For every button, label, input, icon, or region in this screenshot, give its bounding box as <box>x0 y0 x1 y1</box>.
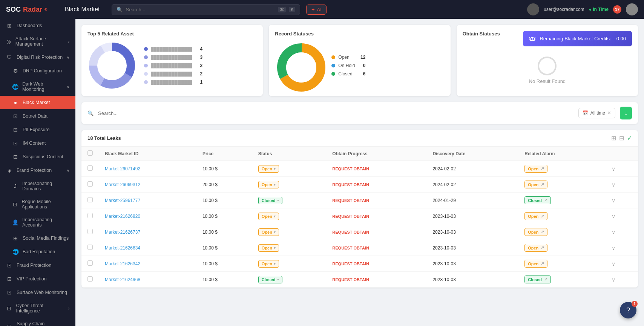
row-checkbox-7[interactable] <box>87 276 93 282</box>
row-checkbox-cell <box>81 272 99 288</box>
status-dropdown-icon-0[interactable]: ▾ <box>274 167 276 171</box>
sidebar-item-dark-web[interactable]: 🌐 Dark Web Monitoring ∨ <box>0 78 75 96</box>
filter-search-input[interactable] <box>98 110 574 116</box>
sidebar-item-brand-protection[interactable]: ◈ Brand Protection ∨ <box>0 164 75 177</box>
status-dropdown-icon-1[interactable]: ▾ <box>274 183 276 187</box>
row-checkbox-4[interactable] <box>87 229 93 234</box>
obtain-link-5[interactable]: REQUEST OBTAIN <box>332 246 369 250</box>
status-badge-3[interactable]: Open ▾ <box>258 213 279 220</box>
alarm-ext-icon-0[interactable]: ↗ <box>541 166 544 171</box>
select-all-checkbox[interactable] <box>87 150 93 156</box>
sidebar-item-digital-risk[interactable]: 🛡 Digital Risk Protection ∨ <box>0 51 75 64</box>
top5-chart-container: ██████████████ 4 ██████████████ 3 ██████… <box>87 41 257 90</box>
sidebar-item-vip-protection[interactable]: ⊡ VIP Protection <box>0 272 75 286</box>
sidebar-item-impersonating-domains[interactable]: J Impersonating Domains <box>0 177 75 195</box>
check-all-icon[interactable]: ✓ <box>627 135 632 142</box>
status-dropdown-icon-7[interactable]: ▾ <box>277 278 279 282</box>
status-badge-7[interactable]: Closed ▾ <box>258 276 282 283</box>
sidebar-item-drp-config[interactable]: ⚙ DRP Configuration <box>0 64 75 78</box>
status-badge-0[interactable]: Open ▾ <box>258 165 279 173</box>
sidebar-item-botnet-data[interactable]: ⊡ Botnet Data <box>0 109 75 123</box>
alarm-ext-icon-6[interactable]: ↗ <box>541 261 544 266</box>
alarm-ext-icon-4[interactable]: ↗ <box>541 230 544 234</box>
sidebar-label-attack-surface: Attack Surface Management <box>15 36 64 47</box>
row-checkbox-0[interactable] <box>87 165 93 171</box>
expand-row-button-3[interactable]: ∨ <box>612 213 615 219</box>
alarm-ext-icon-2[interactable]: ↗ <box>544 198 547 203</box>
sidebar-item-dashboards[interactable]: ⊞ Dashboards <box>0 19 75 32</box>
alarm-ext-icon-1[interactable]: ↗ <box>541 182 544 187</box>
status-dropdown-icon-2[interactable]: ▾ <box>277 199 279 202</box>
sidebar-item-bad-reputation[interactable]: 🌐 Bad Reputation <box>0 245 75 259</box>
record-dot-closed <box>331 72 335 76</box>
status-dropdown-icon-3[interactable]: ▾ <box>274 214 276 218</box>
sidebar-item-surface-web[interactable]: ⊡ Surface Web Monitoring <box>0 286 75 299</box>
obtain-link-1[interactable]: REQUEST OBTAIN <box>332 182 369 187</box>
alarm-badge-0[interactable]: Open ↗ <box>524 165 547 173</box>
clear-date-button[interactable]: ✕ <box>607 110 611 116</box>
alarm-ext-icon-5[interactable]: ↗ <box>541 245 544 250</box>
date-filter[interactable]: 📅 All time ✕ <box>578 108 615 118</box>
row-checkbox-3[interactable] <box>87 213 93 218</box>
search-input[interactable] <box>126 7 275 12</box>
row-expand-3: ∨ <box>606 208 638 224</box>
sidebar-item-black-market[interactable]: ● Black Market <box>0 96 75 109</box>
row-date-7: 2023-10-03 <box>426 272 518 288</box>
calendar-icon: 📅 <box>583 110 588 116</box>
alarm-badge-6[interactable]: Open ↗ <box>524 260 547 268</box>
obtain-link-0[interactable]: REQUEST OBTAIN <box>332 167 369 171</box>
alarm-ext-icon-3[interactable]: ↗ <box>541 214 544 219</box>
sidebar-item-impersonating-accounts[interactable]: 👤 Impersonating Accounts <box>0 213 75 231</box>
alarm-badge-1[interactable]: Open ↗ <box>524 181 547 188</box>
status-badge-4[interactable]: Open ▾ <box>258 228 279 236</box>
global-search[interactable]: 🔍 ⌘ K <box>112 4 300 15</box>
status-dropdown-icon-4[interactable]: ▾ <box>274 230 276 234</box>
export-button[interactable]: ↓ <box>620 107 632 119</box>
help-fab[interactable]: ? 1 <box>620 302 636 318</box>
sidebar-item-im-content[interactable]: ⊡ IM Content <box>0 136 75 150</box>
obtain-link-3[interactable]: REQUEST OBTAIN <box>332 214 369 219</box>
notification-badge[interactable]: 17 <box>613 5 621 14</box>
attack-surface-icon: ◎ <box>6 38 12 44</box>
alarm-badge-7[interactable]: Closed ↗ <box>524 275 551 283</box>
grid-view-icon[interactable]: ⊞ <box>611 135 616 142</box>
sidebar-item-rogue-mobile[interactable]: ⊡ Rogue Mobile Applications <box>0 195 75 213</box>
obtain-link-6[interactable]: REQUEST OBTAIN <box>332 262 369 266</box>
row-checkbox-2[interactable] <box>87 197 93 202</box>
status-dropdown-icon-5[interactable]: ▾ <box>274 246 276 250</box>
ai-button[interactable]: ✦ AI <box>306 5 326 15</box>
sidebar-item-supply-chain[interactable]: ⊡ Supply Chain Intelligence <box>0 317 75 326</box>
sidebar-item-suspicious[interactable]: ⊡ Suspicious Content <box>0 150 75 164</box>
expand-row-button-5[interactable]: ∨ <box>612 245 615 251</box>
record-statuses-donut <box>275 41 324 90</box>
obtain-link-7[interactable]: REQUEST OBTAIN <box>332 277 369 282</box>
row-checkbox-5[interactable] <box>87 245 93 250</box>
status-badge-5[interactable]: Open ▾ <box>258 244 279 252</box>
alarm-badge-2[interactable]: Closed ↗ <box>524 196 551 204</box>
sidebar-item-cti[interactable]: ⊡ Cyber Threat Intelligence › <box>0 299 75 317</box>
col-obtain-progress: Obtain Progress <box>326 147 426 161</box>
expand-row-button-0[interactable]: ∨ <box>612 166 615 172</box>
sidebar-item-social-media[interactable]: ⊞ Social Media Findings <box>0 231 75 245</box>
expand-row-button-6[interactable]: ∨ <box>612 261 615 267</box>
sidebar-item-attack-surface[interactable]: ◎ Attack Surface Management › <box>0 32 75 51</box>
status-badge-6[interactable]: Open ▾ <box>258 260 279 268</box>
status-dropdown-icon-6[interactable]: ▾ <box>274 262 276 266</box>
sidebar-item-fraud-protection[interactable]: ⊡ Fraud Protection <box>0 259 75 272</box>
row-checkbox-6[interactable] <box>87 260 93 266</box>
alarm-ext-icon-7[interactable]: ↗ <box>544 277 547 282</box>
alarm-badge-3[interactable]: Open ↗ <box>524 212 547 220</box>
expand-row-button-7[interactable]: ∨ <box>612 277 615 283</box>
obtain-link-4[interactable]: REQUEST OBTAIN <box>332 230 369 234</box>
expand-row-button-4[interactable]: ∨ <box>612 229 615 235</box>
expand-row-button-2[interactable]: ∨ <box>612 197 615 204</box>
status-badge-2[interactable]: Closed ▾ <box>258 197 282 204</box>
row-checkbox-1[interactable] <box>87 181 93 187</box>
list-view-icon[interactable]: ⊟ <box>619 135 624 142</box>
alarm-badge-4[interactable]: Open ↗ <box>524 228 547 236</box>
expand-row-button-1[interactable]: ∨ <box>612 182 615 188</box>
status-badge-1[interactable]: Open ▾ <box>258 181 279 188</box>
obtain-link-2[interactable]: REQUEST OBTAIN <box>332 198 369 203</box>
alarm-badge-5[interactable]: Open ↗ <box>524 244 547 252</box>
sidebar-item-pii[interactable]: ⊡ PII Exposure <box>0 123 75 136</box>
